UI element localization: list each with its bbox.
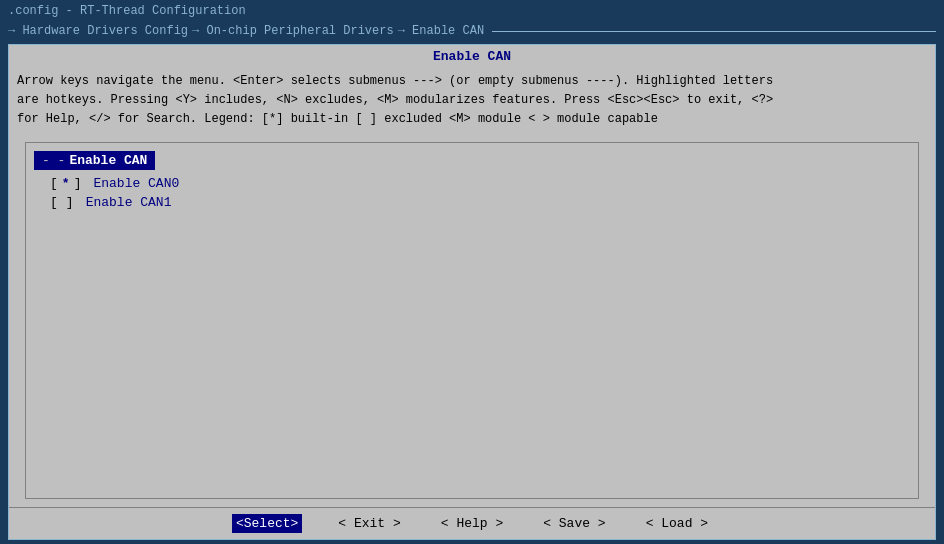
breadcrumb-part-2: → On-chip Peripheral Drivers xyxy=(192,24,394,38)
help-line-3: for Help, </> for Search. Legend: [*] bu… xyxy=(17,110,927,129)
menu-item-can1[interactable]: [ ] Enable CAN1 xyxy=(26,193,918,212)
title-bar: .config - RT-Thread Configuration xyxy=(0,0,944,22)
menu-item-can0-label: Enable CAN0 xyxy=(93,176,179,191)
bottom-bar: <Select> < Exit > < Help > < Save > < Lo… xyxy=(9,507,935,539)
save-button[interactable]: < Save > xyxy=(539,514,609,533)
window-title: Enable CAN xyxy=(9,45,935,68)
title-text: .config - RT-Thread Configuration xyxy=(8,4,246,18)
breadcrumb-part-3: → Enable CAN xyxy=(398,24,484,38)
breadcrumb: → Hardware Drivers Config → On-chip Peri… xyxy=(0,22,944,40)
select-button[interactable]: <Select> xyxy=(232,514,302,533)
menu-header: - - Enable CAN xyxy=(34,151,155,170)
main-window: Enable CAN Arrow keys navigate the menu.… xyxy=(8,44,936,540)
menu-header-arrows: - - xyxy=(42,153,65,168)
help-text: Arrow keys navigate the menu. <Enter> se… xyxy=(9,68,935,134)
help-line-2: are hotkeys. Pressing <Y> includes, <N> … xyxy=(17,91,927,110)
breadcrumb-line xyxy=(492,31,936,32)
load-button[interactable]: < Load > xyxy=(642,514,712,533)
help-line-1: Arrow keys navigate the menu. <Enter> se… xyxy=(17,72,927,91)
breadcrumb-part-1: → Hardware Drivers Config xyxy=(8,24,188,38)
menu-item-can0-bracket-open: [ xyxy=(50,176,58,191)
exit-button[interactable]: < Exit > xyxy=(334,514,404,533)
help-button[interactable]: < Help > xyxy=(437,514,507,533)
menu-item-can1-label: Enable CAN1 xyxy=(86,195,172,210)
menu-area: - - Enable CAN [ * ] Enable CAN0 [ ] Ena… xyxy=(25,142,919,499)
menu-item-can1-bracket-open: [ xyxy=(50,195,58,210)
menu-item-can0[interactable]: [ * ] Enable CAN0 xyxy=(26,174,918,193)
menu-item-can0-bracket-close: ] xyxy=(74,176,82,191)
menu-header-label: Enable CAN xyxy=(69,153,147,168)
menu-item-can0-value: * xyxy=(62,176,70,191)
menu-item-can1-bracket-close: ] xyxy=(66,195,74,210)
